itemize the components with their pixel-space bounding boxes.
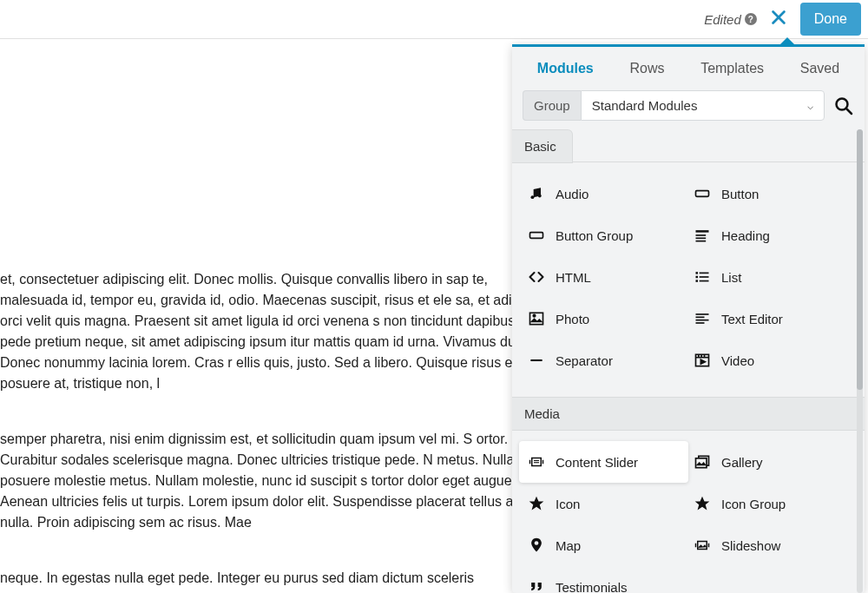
module-separator[interactable]: Separator <box>519 339 688 381</box>
edited-label: Edited <box>704 12 741 27</box>
gallery-icon <box>694 453 711 471</box>
module-grid-media: Content Slider Gallery Icon Icon Group M… <box>512 431 865 593</box>
svg-rect-7 <box>530 233 543 239</box>
done-button[interactable]: Done <box>800 3 861 36</box>
module-label: Testimonials <box>556 580 628 594</box>
quote-icon <box>528 578 545 593</box>
module-label: Audio <box>556 187 589 201</box>
content-panel: Modules Rows Templates Saved Group Stand… <box>512 44 865 593</box>
group-select-value: Standard Modules <box>592 98 698 113</box>
module-label: Separator <box>556 353 613 368</box>
module-content-slider[interactable]: Content Slider <box>519 441 688 483</box>
tab-modules[interactable]: Modules <box>534 59 597 78</box>
svg-rect-31 <box>532 458 542 466</box>
module-label: List <box>721 270 741 285</box>
module-button[interactable]: Button <box>688 173 858 214</box>
module-label: Slideshow <box>721 538 780 553</box>
module-slideshow[interactable]: Slideshow <box>688 524 858 566</box>
star-icon <box>528 495 545 512</box>
svg-point-5 <box>538 194 542 198</box>
panel-scroll-area: Basic Audio Button Button Group Heading <box>512 129 865 593</box>
module-label: Photo <box>556 312 589 326</box>
photo-icon <box>528 310 545 327</box>
svg-rect-22 <box>696 320 709 321</box>
svg-rect-11 <box>696 240 707 242</box>
svg-point-2 <box>837 98 848 109</box>
svg-rect-6 <box>696 191 709 197</box>
close-button[interactable] <box>766 8 792 30</box>
search-button[interactable] <box>833 96 854 116</box>
map-pin-icon <box>528 537 545 554</box>
content-slider-icon <box>528 453 545 471</box>
module-grid-basic: Audio Button Button Group Heading HTML L… <box>512 162 865 397</box>
page-body-text: et, consectetuer adipiscing elit. Donec … <box>0 269 556 593</box>
module-html[interactable]: HTML <box>519 256 688 298</box>
audio-icon <box>528 185 545 202</box>
module-heading[interactable]: Heading <box>688 214 858 256</box>
module-label: Button <box>721 187 759 201</box>
paragraph: neque. In egestas nulla eget pede. Integ… <box>0 568 556 589</box>
panel-tabs: Modules Rows Templates Saved <box>512 47 865 90</box>
text-editor-icon <box>694 310 711 327</box>
svg-rect-8 <box>696 230 709 233</box>
module-label: Icon <box>556 497 580 511</box>
svg-rect-36 <box>696 458 707 468</box>
svg-rect-21 <box>696 317 705 319</box>
chevron-down-icon: ⌵ <box>807 100 813 112</box>
module-list[interactable]: List <box>688 256 858 298</box>
topbar: Edited ? Done <box>0 0 868 39</box>
svg-rect-15 <box>700 276 709 278</box>
separator-icon <box>528 352 545 369</box>
module-label: HTML <box>556 270 591 285</box>
tab-rows[interactable]: Rows <box>626 59 667 78</box>
svg-rect-13 <box>700 273 709 274</box>
module-testimonials[interactable]: Testimonials <box>519 566 688 593</box>
module-label: Heading <box>721 228 770 243</box>
module-gallery[interactable]: Gallery <box>688 441 858 483</box>
html-icon <box>528 268 545 286</box>
svg-rect-23 <box>696 322 705 324</box>
button-group-icon <box>528 227 545 244</box>
svg-marker-30 <box>700 359 705 364</box>
tab-templates[interactable]: Templates <box>697 59 767 78</box>
module-button-group[interactable]: Button Group <box>519 214 688 256</box>
list-icon <box>694 268 711 286</box>
svg-line-3 <box>847 109 852 114</box>
module-label: Map <box>556 538 581 553</box>
tab-saved[interactable]: Saved <box>797 59 843 78</box>
svg-point-19 <box>533 314 536 317</box>
module-video[interactable]: Video <box>688 339 858 381</box>
svg-rect-9 <box>696 234 707 236</box>
module-text-editor[interactable]: Text Editor <box>688 298 858 339</box>
svg-point-39 <box>535 541 539 545</box>
button-icon <box>694 185 711 202</box>
scrollbar-thumb[interactable] <box>857 129 863 390</box>
group-select[interactable]: Standard Modules ⌵ <box>581 90 825 121</box>
module-audio[interactable]: Audio <box>519 173 688 214</box>
paragraph: et, consectetuer adipiscing elit. Donec … <box>0 269 556 394</box>
svg-rect-40 <box>698 542 707 550</box>
svg-rect-10 <box>696 238 707 240</box>
module-photo[interactable]: Photo <box>519 298 688 339</box>
svg-rect-14 <box>696 276 699 279</box>
star-icon <box>694 495 711 512</box>
svg-point-4 <box>531 195 535 199</box>
slideshow-icon <box>694 537 711 554</box>
edited-status: Edited ? <box>704 12 757 27</box>
video-icon <box>694 352 711 369</box>
help-icon[interactable]: ? <box>745 13 757 25</box>
module-label: Content Slider <box>556 455 638 470</box>
module-label: Text Editor <box>721 312 783 326</box>
module-map[interactable]: Map <box>519 524 688 566</box>
group-label: Group <box>523 90 581 121</box>
svg-marker-38 <box>695 497 710 511</box>
module-label: Video <box>721 353 754 368</box>
module-icon[interactable]: Icon <box>519 483 688 524</box>
section-header-media: Media <box>512 397 865 431</box>
module-icon-group[interactable]: Icon Group <box>688 483 858 524</box>
svg-rect-18 <box>530 313 543 324</box>
heading-icon <box>694 227 711 244</box>
module-label: Icon Group <box>721 497 786 511</box>
svg-rect-16 <box>696 280 699 282</box>
svg-rect-20 <box>696 313 709 315</box>
